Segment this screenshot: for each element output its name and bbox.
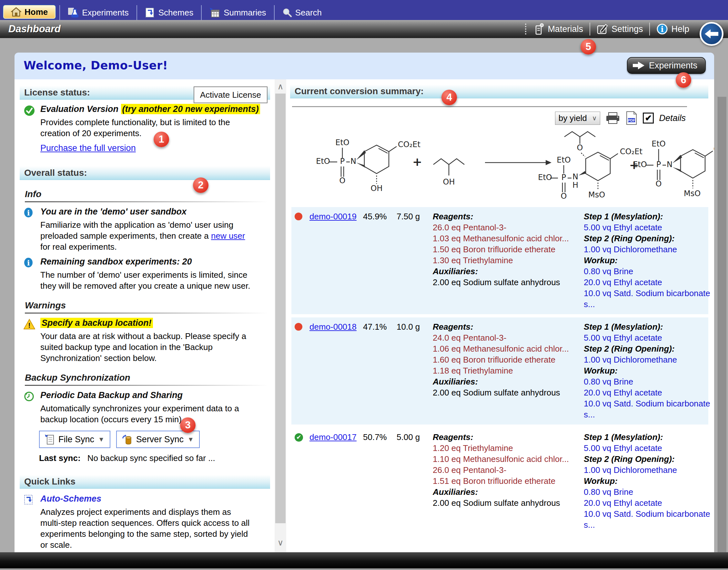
step-label: Step 2 (Ring Opening): [584,343,714,354]
auxiliary-line: 2.00 eq Sodium sulfate anhydrous [433,498,584,508]
back-arrow-icon [705,28,718,39]
tab-summaries[interactable]: Summaries [201,5,274,20]
reagent-line: 24.0 eq Pentanol-3- [433,332,584,343]
tab-search[interactable]: Search [274,5,329,20]
materials-button[interactable]: Materials [535,23,583,35]
backup-item: Periodic Data Backup and Sharing Automat… [24,390,270,425]
license-description: Provides complete functionality, but is … [40,117,247,139]
svg-text:i: i [661,24,664,34]
solvent-line: 20.0 vq Ethyl acetate [584,498,714,508]
scrollbar-thumb[interactable] [275,93,286,523]
go-to-experiments-button[interactable]: Experiments [627,57,706,74]
last-sync-value: No backup sync specified so far ... [87,453,215,463]
solvent-line: 10.0 vq Satd. Sodium bicarbonate s... [584,398,714,420]
divider [292,106,687,107]
experiment-row: demo-00018 47.1% 10.0 g Reagents: 24.0 e… [291,317,708,424]
experiment-status-icon [295,321,309,420]
experiment-scale: 7.50 g [397,211,433,310]
experiment-steps: Step 1 (Mesylation):5.00 vq Ethyl acetat… [584,432,714,530]
auxiliaries-label: Auxiliaries: [433,266,584,277]
auto-schemes-link[interactable]: Auto-Schemes [40,494,253,504]
svg-text:+: + [413,155,422,169]
auxiliaries-label: Auxiliaries: [433,487,584,498]
svg-text:PDF: PDF [628,118,635,122]
file-sync-button[interactable]: File Sync ▼ [39,431,110,448]
svg-text:MsO: MsO [684,189,701,198]
info-item-sandbox: i You are in the 'demo' user sandbox Fam… [24,207,270,252]
server-sync-button[interactable]: Server Sync ▼ [116,431,200,448]
tab-schemes[interactable]: Schemes [137,5,201,20]
step-label: Workup: [584,365,714,376]
svg-text:P: P [561,173,566,182]
warning-body: Your data are at risk without a backup. … [40,331,253,363]
license-version: Evaluation Version [40,104,118,114]
svg-text:O: O [577,143,583,152]
last-sync-line: Last sync: No backup sync specified so f… [39,453,270,463]
info-body-text: for real experiments. [40,242,117,252]
experiment-status-icon [295,211,309,310]
warning-icon: ! [24,319,35,330]
info-item-body: The number of 'demo' user experiments is… [40,269,253,291]
toolbar-separator [589,23,590,35]
help-icon: i [656,23,668,35]
info-item-remaining: i Remaining sandbox experiments: 20 The … [24,257,270,291]
solvent-line: 0.80 vq Brine [584,487,714,498]
experiment-steps: Step 1 (Mesylation):5.00 vq Ethyl acetat… [584,211,714,310]
right-panel-scrollbar[interactable] [718,97,726,552]
toolbar-grip-handle[interactable] [525,24,526,34]
backup-sync-heading: Backup Synchronization [25,372,270,383]
annotation-badge-6: 6 [676,72,691,88]
divider [25,313,268,314]
settings-button[interactable]: Settings [597,24,643,34]
solvent-line: 10.0 vq Satd. Sodium bicarbonate s... [584,508,714,530]
conversion-summary-column: Current conversion summary: by yield ∨ [286,79,714,552]
license-highlight: (try another 20 new experiments) [121,104,260,114]
overall-status-title: Overall status: [24,168,87,178]
step-label: Step 1 (Mesylation): [584,432,714,443]
svg-text:O: O [656,179,662,189]
last-sync-label: Last sync: [39,453,81,463]
solvent-line: 5.00 vq Ethyl acetate [584,443,714,454]
svg-text:i: i [27,258,30,267]
experiments-icon [68,7,79,18]
svg-text:CO₂Et: CO₂Et [620,147,643,156]
scrollbar-up-icon[interactable]: ∧ [275,79,286,93]
experiment-link[interactable]: demo-00019 [309,212,356,221]
experiment-link[interactable]: demo-00018 [309,322,356,332]
svg-text:H: H [572,181,578,190]
reaction-scheme-svg: EtOEtOPNOCO₂EtOH+OHOEtOEtOPNHOCO₂EtMsO+E… [304,126,714,203]
svg-text:OH: OH [371,184,383,193]
print-icon[interactable] [605,112,620,124]
info-body-text: Familiarize with the application as 'dem… [40,220,233,241]
activate-license-button[interactable]: Activate License [194,86,267,103]
auxiliary-lines: 2.00 eq Sodium sulfate anhydrous [433,277,584,288]
left-panel-scrollbar[interactable]: ∧ ∨ [275,79,286,552]
new-user-link[interactable]: new user [211,231,245,241]
reagent-line: 1.18 eq Triethylamine [433,365,584,376]
experiment-link[interactable]: demo-00017 [309,432,356,442]
conversion-controls: by yield ∨ PDF ✔ Details [291,111,686,125]
tab-experiments[interactable]: Experiments [59,5,137,20]
auxiliary-line: 2.00 eq Sodium sulfate anhydrous [433,387,584,398]
settings-icon [597,24,608,34]
info-item-title: You are in the 'demo' user sandbox [40,207,253,217]
scrollbar-down-icon[interactable]: ∨ [275,536,286,550]
svg-text:P: P [340,157,344,166]
quick-link-auto-schemes: Auto-Schemes Analyzes project experiment… [24,494,270,550]
tab-label: Home [24,7,48,17]
purchase-full-version-link[interactable]: Purchase the full version [40,143,136,153]
details-checkbox[interactable]: ✔ [643,112,654,123]
warning-title: Specify a backup location! [40,318,253,328]
sort-select[interactable]: by yield ∨ [555,111,600,125]
svg-text:OH: OH [443,178,455,187]
tab-home[interactable]: Home [3,5,56,19]
back-navigation-button[interactable] [700,22,723,46]
dashboard-content: License status: Activate License Evaluat… [15,79,714,552]
reagent-line: 1.50 eq Boron trifluoride etherate [433,244,584,255]
periodic-sync-icon [24,391,34,402]
schemes-icon [145,7,155,18]
info-heading: Info [25,189,270,199]
svg-text:EtO: EtO [557,156,570,165]
pdf-export-icon[interactable]: PDF [626,111,638,125]
help-button[interactable]: i Help [656,23,689,35]
